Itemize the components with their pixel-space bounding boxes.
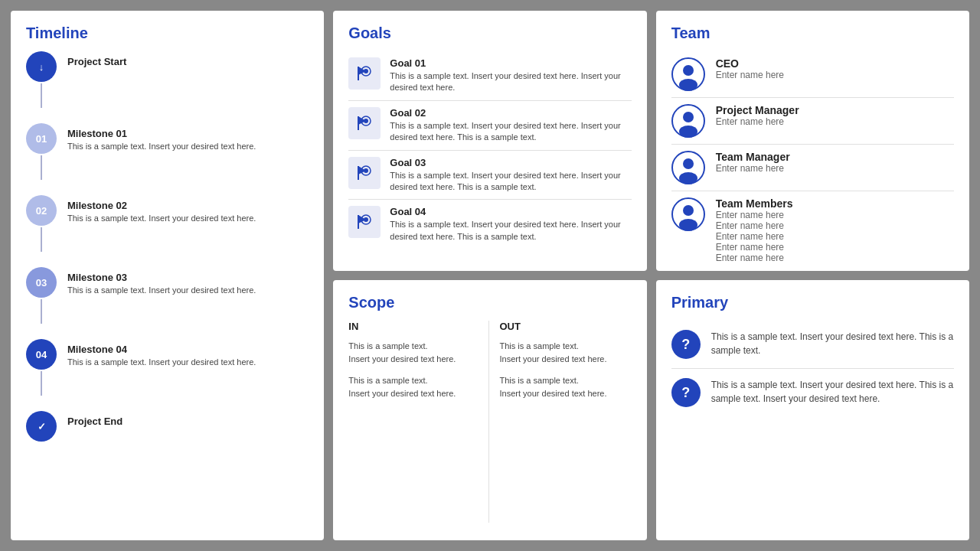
scope-in-item-0: This is a sample text.Insert your desire…: [348, 340, 480, 365]
team-avatar-0: [671, 57, 705, 91]
scope-in-col: IN This is a sample text.Insert your des…: [348, 321, 488, 523]
team-avatar-2: [671, 151, 705, 184]
primary-icon-0: ?: [671, 330, 701, 359]
goals-card: Goals Goal 01 This is a sample text. Ins…: [333, 11, 646, 271]
timeline-milestone-title-5: Project End: [67, 416, 122, 427]
timeline-connector-2: 02: [26, 195, 57, 253]
timeline-line-3: [41, 299, 42, 324]
goal-icon-02: [348, 107, 381, 139]
timeline-connector-1: 01: [26, 123, 57, 181]
goal-item-01: Goal 01 This is a sample text. Insert yo…: [348, 51, 631, 101]
timeline-milestone-desc-2: This is a sample text. Insert your desir…: [67, 213, 256, 224]
team-name: Enter name here: [716, 231, 954, 242]
team-info-0: CEO Enter name here: [716, 57, 954, 80]
timeline-text-2: Milestone 02 This is a sample text. Inse…: [67, 195, 256, 224]
scope-columns: IN This is a sample text.Insert your des…: [348, 321, 631, 523]
goal-desc-04: This is a sample text. Insert your desir…: [390, 219, 631, 243]
team-name: Enter name here: [716, 253, 954, 263]
svg-point-24: [679, 172, 697, 184]
goal-item-03: Goal 03 This is a sample text. Insert yo…: [348, 151, 631, 201]
svg-point-23: [683, 158, 694, 169]
team-item-2: Team Manager Enter name here: [671, 145, 954, 191]
svg-point-21: [679, 126, 697, 138]
svg-point-15: [364, 217, 368, 222]
timeline-item-0: ↓ Project Start: [26, 51, 309, 109]
team-card: Team CEO Enter name here Project Manager…: [656, 11, 969, 271]
team-info-2: Team Manager Enter name here: [716, 151, 954, 174]
team-item-0: CEO Enter name here: [671, 51, 954, 98]
team-item-1: Project Manager Enter name here: [671, 98, 954, 145]
timeline-line-0: [41, 83, 42, 108]
timeline-item-2: 02 Milestone 02 This is a sample text. I…: [26, 195, 309, 253]
team-role-2: Team Manager: [716, 151, 954, 163]
timeline-milestone-title-1: Milestone 01: [67, 128, 256, 139]
team-name-0: Enter name here: [716, 70, 954, 80]
goal-icon-01: [348, 57, 381, 90]
svg-point-27: [679, 219, 697, 231]
timeline-item-1: 01 Milestone 01 This is a sample text. I…: [26, 123, 309, 181]
timeline-circle-3: 03: [26, 267, 57, 298]
primary-card: Primary ? This is a sample text. Insert …: [656, 280, 969, 540]
team-name: Enter name here: [716, 242, 954, 253]
team-item-3: Team Members Enter name hereEnter name h…: [671, 191, 954, 269]
primary-item-0: ? This is a sample text. Insert your des…: [671, 321, 954, 369]
timeline-item-4: 04 Milestone 04 This is a sample text. I…: [26, 339, 309, 397]
timeline-text-0: Project Start: [67, 51, 126, 69]
goal-icon-04: [348, 206, 381, 238]
scope-card: Scope IN This is a sample text.Insert yo…: [333, 280, 646, 540]
goal-desc-01: This is a sample text. Insert your desir…: [390, 70, 631, 94]
primary-icon-1: ?: [671, 378, 701, 407]
primary-list: ? This is a sample text. Insert your des…: [671, 321, 954, 416]
team-role-3: Team Members: [716, 197, 954, 210]
goal-item-02: Goal 02 This is a sample text. Insert yo…: [348, 101, 631, 151]
timeline-item-3: 03 Milestone 03 This is a sample text. I…: [26, 267, 309, 325]
timeline-circle-4: 04: [26, 339, 57, 370]
primary-desc-1: This is a sample text. Insert your desir…: [711, 378, 954, 406]
timeline-milestone-desc-3: This is a sample text. Insert your desir…: [67, 285, 256, 296]
goal-item-04: Goal 04 This is a sample text. Insert yo…: [348, 200, 631, 249]
timeline-text-3: Milestone 03 This is a sample text. Inse…: [67, 267, 256, 296]
goals-list: Goal 01 This is a sample text. Insert yo…: [348, 51, 631, 249]
timeline-milestone-title-3: Milestone 03: [67, 272, 256, 283]
timeline-circle-1: 01: [26, 123, 57, 154]
scope-title: Scope: [348, 294, 631, 311]
scope-out-heading: OUT: [500, 321, 632, 332]
goal-text-03: Goal 03 This is a sample text. Insert yo…: [390, 157, 631, 194]
timeline-circle-0: ↓: [26, 51, 57, 82]
goal-title-01: Goal 01: [390, 57, 631, 69]
goal-text-04: Goal 04 This is a sample text. Insert yo…: [390, 206, 631, 243]
timeline-text-1: Milestone 01 This is a sample text. Inse…: [67, 123, 256, 152]
team-name-2: Enter name here: [716, 163, 954, 174]
timeline-item-5: ✓ Project End: [26, 411, 309, 442]
team-role-0: CEO: [716, 57, 954, 70]
goal-text-01: Goal 01 This is a sample text. Insert yo…: [390, 57, 631, 94]
timeline-title: Timeline: [26, 24, 309, 42]
team-avatar-3: [671, 197, 705, 231]
team-name: Enter name here: [716, 210, 954, 220]
timeline-line-1: [41, 155, 42, 180]
team-info-3: Team Members Enter name hereEnter name h…: [716, 197, 954, 263]
timeline-connector-4: 04: [26, 339, 57, 397]
goals-title: Goals: [348, 24, 631, 42]
team-avatar-1: [671, 104, 705, 138]
timeline-milestone-title-4: Milestone 04: [67, 344, 256, 355]
timeline-line-4: [41, 371, 42, 396]
scope-out-item-0: This is a sample text.Insert your desire…: [500, 340, 632, 365]
team-names-3: Enter name hereEnter name hereEnter name…: [716, 210, 954, 263]
goal-icon-03: [348, 157, 381, 189]
goal-text-02: Goal 02 This is a sample text. Insert yo…: [390, 107, 631, 144]
svg-point-3: [364, 69, 368, 73]
scope-out-item-1: This is a sample text.Insert your desire…: [500, 374, 632, 399]
svg-point-11: [364, 168, 368, 173]
team-info-1: Project Manager Enter name here: [716, 104, 954, 127]
svg-point-26: [683, 205, 694, 216]
goal-title-04: Goal 04: [390, 206, 631, 217]
svg-point-7: [364, 119, 368, 123]
svg-point-17: [683, 65, 694, 76]
goal-title-03: Goal 03: [390, 157, 631, 168]
scope-in-heading: IN: [348, 321, 480, 332]
timeline-text-4: Milestone 04 This is a sample text. Inse…: [67, 339, 256, 368]
timeline-line-2: [41, 227, 42, 252]
goal-desc-02: This is a sample text. Insert your desir…: [390, 120, 631, 144]
primary-item-1: ? This is a sample text. Insert your des…: [671, 369, 954, 416]
